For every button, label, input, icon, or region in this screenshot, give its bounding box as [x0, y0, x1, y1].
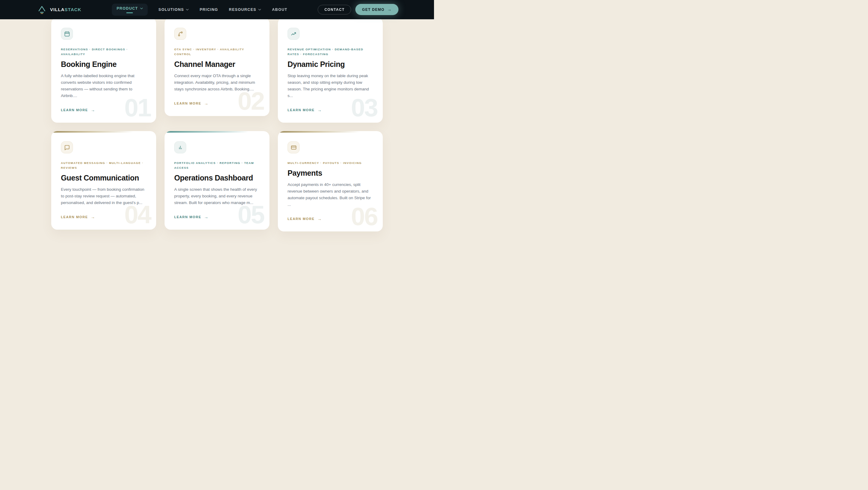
arrow-right-icon: → [317, 108, 321, 113]
card-eyebrow: OTA SYNC · INVENTORY · AVAILABILITY CONT… [174, 47, 260, 57]
bar-chart-icon [177, 144, 184, 151]
git-branch-icon [177, 31, 184, 37]
card-title: Payments [287, 169, 373, 178]
nav-item-product-label: PRODUCT [117, 6, 138, 10]
learn-more-link[interactable]: LEARN MORE → [174, 215, 208, 219]
card-title: Operations Dashboard [174, 173, 260, 182]
card-icon-box [174, 28, 186, 40]
card-icon-box [287, 28, 300, 40]
product-card-grid: RESERVATIONS · DIRECT BOOKINGS · AVAILAB… [51, 18, 383, 232]
card-description: Accept payments in 40+ currencies, split… [287, 181, 373, 208]
card-operations-dashboard: PORTFOLIO ANALYTICS · REPORTING · TEAM A… [164, 131, 270, 229]
contact-button[interactable]: CONTACT [318, 5, 351, 14]
card-top-gradient [164, 131, 270, 132]
card-booking-engine: RESERVATIONS · DIRECT BOOKINGS · AVAILAB… [51, 18, 156, 123]
nav-item-about-label: ABOUT [272, 7, 287, 12]
nav-item-pricing[interactable]: PRICING [199, 7, 218, 12]
arrow-right-icon: → [204, 215, 208, 219]
card-top-gradient [51, 131, 156, 132]
card-description: Every touchpoint — from booking confirma… [61, 186, 147, 206]
arrow-right-icon: → [91, 215, 95, 219]
card-title: Guest Communication [61, 173, 147, 182]
learn-more-link[interactable]: LEARN MORE → [287, 217, 321, 221]
arrow-right-icon: → [204, 101, 208, 106]
card-title: Booking Engine [61, 60, 147, 69]
card-description: A single screen that shows the health of… [174, 186, 260, 206]
card-guest-communication: AUTOMATED MESSAGING · MULTI-LANGUAGE · R… [51, 131, 156, 229]
villa-logo-icon [37, 5, 46, 14]
card-payments: MULTI-CURRENCY · PAYOUTS · INVOICING Pay… [278, 131, 383, 232]
brand-name: VILLASTACK [50, 7, 82, 12]
active-nav-underline [126, 12, 133, 13]
navbar-actions: CONTACT GET DEMO → [318, 4, 398, 15]
get-demo-button[interactable]: GET DEMO → [355, 4, 398, 15]
message-square-icon [64, 144, 70, 151]
learn-more-link[interactable]: LEARN MORE → [61, 215, 95, 219]
card-eyebrow: RESERVATIONS · DIRECT BOOKINGS · AVAILAB… [61, 47, 147, 57]
nav-menu: PRODUCT SOLUTIONS PRICING RESOURCES ABOU… [82, 4, 318, 16]
card-eyebrow: MULTI-CURRENCY · PAYOUTS · INVOICING [287, 161, 373, 165]
card-icon-box [61, 141, 73, 153]
nav-item-about[interactable]: ABOUT [272, 7, 287, 12]
card-description: Stop leaving money on the table during p… [287, 73, 373, 99]
chevron-down-icon [186, 9, 189, 10]
learn-more-link[interactable]: LEARN MORE → [174, 101, 208, 106]
card-eyebrow: REVENUE OPTIMIZATION · DEMAND-BASED RATE… [287, 47, 373, 57]
nav-item-resources[interactable]: RESOURCES [229, 7, 261, 12]
brand-logo[interactable]: VILLASTACK [37, 5, 82, 14]
nav-item-resources-label: RESOURCES [229, 7, 256, 12]
card-dynamic-pricing: REVENUE OPTIMIZATION · DEMAND-BASED RATE… [278, 18, 383, 123]
chevron-down-icon [258, 9, 261, 10]
learn-more-link[interactable]: LEARN MORE → [287, 108, 321, 113]
card-icon-box [61, 28, 73, 40]
card-top-gradient [278, 131, 383, 132]
chevron-down-icon [140, 7, 143, 9]
card-description: Connect every major OTA through a single… [174, 73, 260, 93]
arrow-right-icon: → [317, 216, 321, 221]
nav-item-solutions[interactable]: SOLUTIONS [158, 7, 189, 12]
nav-item-product[interactable]: PRODUCT [112, 4, 148, 16]
product-section: RESERVATIONS · DIRECT BOOKINGS · AVAILAB… [0, 0, 434, 232]
card-icon-box [287, 141, 300, 153]
trending-up-icon [290, 31, 297, 37]
card-description: A fully white-labelled booking engine th… [61, 73, 147, 99]
card-eyebrow: PORTFOLIO ANALYTICS · REPORTING · TEAM A… [174, 161, 260, 170]
card-icon-box [174, 141, 186, 153]
calendar-icon [64, 31, 70, 37]
navbar: VILLASTACK PRODUCT SOLUTIONS PRICING RES… [0, 0, 434, 19]
nav-item-pricing-label: PRICING [199, 7, 218, 12]
arrow-right-icon: → [91, 108, 95, 113]
arrow-right-icon: → [387, 7, 392, 12]
learn-more-link[interactable]: LEARN MORE → [61, 108, 95, 113]
nav-item-solutions-label: SOLUTIONS [158, 7, 184, 12]
card-channel-manager: OTA SYNC · INVENTORY · AVAILABILITY CONT… [164, 18, 270, 116]
credit-card-icon [290, 144, 297, 151]
get-demo-label: GET DEMO [362, 7, 384, 12]
card-title: Dynamic Pricing [287, 60, 373, 69]
card-title: Channel Manager [174, 60, 260, 69]
card-eyebrow: AUTOMATED MESSAGING · MULTI-LANGUAGE · R… [61, 161, 147, 170]
